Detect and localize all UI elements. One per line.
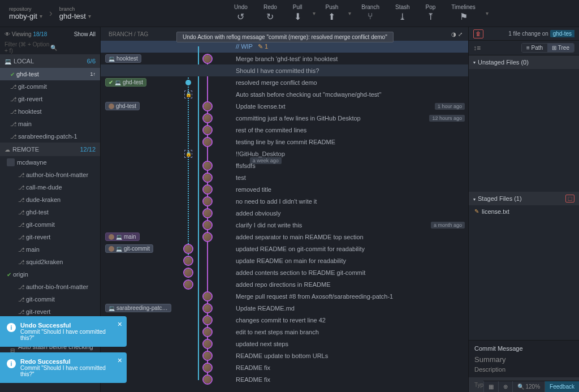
ref-tag[interactable]: 💻hooktest xyxy=(105,54,141,63)
feedback-button[interactable]: Feedback xyxy=(545,381,579,392)
remote-origin[interactable]: ✔origin xyxy=(0,268,100,281)
path-tab[interactable]: ≡ Path xyxy=(522,44,547,52)
commit-row[interactable]: 💻changes commit to revert line 42 xyxy=(101,314,468,326)
remote-branch-git-commit[interactable]: ⎇git-commit xyxy=(0,218,100,231)
commit-row[interactable]: !!GitHub_Desktopa week ago xyxy=(101,148,468,160)
undo-button[interactable]: Undo↺ xyxy=(226,4,256,23)
ref-tag[interactable]: 💻git-commit xyxy=(105,244,153,253)
wip-row[interactable]: // WIP ✎ 1 xyxy=(101,41,468,53)
commit-message: README fix xyxy=(236,376,270,383)
push-icon: ⬆ xyxy=(328,10,335,23)
flag-icon: ⚑ xyxy=(460,10,468,23)
commit-row[interactable]: 💻git-commitupdated README on git-commit … xyxy=(101,243,468,255)
commit-row[interactable]: updated next steps xyxy=(101,338,468,350)
discard-button[interactable]: 🗑 xyxy=(473,29,483,38)
redo-button[interactable]: Redo↻ xyxy=(256,4,285,23)
remote-branch-main[interactable]: ⎇main xyxy=(0,243,100,256)
branch-button[interactable]: Branch⑂ xyxy=(353,4,387,23)
time-label: 12 hours ago xyxy=(429,115,465,122)
commit-row[interactable]: edit to next steps main branch xyxy=(101,326,468,338)
sidebar-branch-ghd-test[interactable]: ✔ghd-test1↑ xyxy=(0,68,100,80)
stash-icon: ⤓ xyxy=(399,10,406,23)
commit-row[interactable]: removed title xyxy=(101,183,468,195)
close-icon[interactable]: × xyxy=(118,356,122,365)
stash-button[interactable]: Stash⤓ xyxy=(387,4,418,23)
globe-icon[interactable]: ⊕ xyxy=(498,381,512,392)
push-button[interactable]: Push⬆ xyxy=(318,4,347,23)
commit-row[interactable]: README fix xyxy=(101,373,468,385)
sidebar-branch-main[interactable]: ⎇main xyxy=(0,118,100,130)
tree-tab[interactable]: ⊞ Tree xyxy=(547,44,574,52)
commit-row[interactable]: added contents section to README git-com… xyxy=(101,266,468,278)
commit-row[interactable]: README fix xyxy=(101,361,468,373)
laptop-icon: 💻 xyxy=(5,58,11,64)
commit-row[interactable]: Auto stash before checking out "mcdwayne… xyxy=(101,88,468,100)
remote-branch-author-bio-front-matter[interactable]: ⎇author-bio-front-matter xyxy=(0,281,100,293)
remote-branch-git-commit[interactable]: ⎇git-commit xyxy=(0,293,100,305)
remote-branch-ghd-test[interactable]: ⎇ghd-test xyxy=(0,206,100,218)
commit-row[interactable]: clarify I did not write thisa month ago xyxy=(101,219,468,231)
commit-row[interactable]: test xyxy=(101,171,468,183)
commit-row[interactable]: 💻hooktestMerge branch 'ghd-test' into ho… xyxy=(101,53,468,64)
remote-branch-author-bio-front-matter[interactable]: ⎇author-bio-front-matter xyxy=(0,169,100,181)
commit-row[interactable]: committing just a few lines in GitHub De… xyxy=(101,112,468,124)
pop-button[interactable]: Pop⤒ xyxy=(418,4,444,23)
remote-branch-git-revert[interactable]: ⎇git-revert xyxy=(0,231,100,243)
commit-row[interactable]: added repo directions in README xyxy=(101,278,468,290)
sidebar-branch-git-commit[interactable]: ⎇git-commit xyxy=(0,80,100,93)
local-section-header[interactable]: 💻LOCAL 6/6 xyxy=(0,54,100,68)
commit-summary-input[interactable]: Summary xyxy=(474,355,573,364)
sidebar-branch-sarabreeding-patch-1[interactable]: ⎇sarabreeding-patch-1 xyxy=(0,130,100,143)
commit-row[interactable]: 💻sarabreeding-patc…Update README.md xyxy=(101,302,468,314)
pull-button[interactable]: Pull⬇ xyxy=(285,4,310,23)
info-icon: i xyxy=(7,359,16,368)
show-all-button[interactable]: Show All xyxy=(74,31,96,37)
remote-mcdwayne[interactable]: mcdwayne xyxy=(0,156,100,169)
commit-row[interactable]: ghd-testUpdate license.txt1 hour ago xyxy=(101,100,468,112)
commit-row[interactable]: testing line by line commit README xyxy=(101,136,468,148)
commit-message: README update to bottom URLs xyxy=(236,352,328,359)
commit-description-input[interactable]: Description xyxy=(474,366,573,373)
branch-selector[interactable]: ghd-test ▾ xyxy=(59,12,91,20)
timelines-button[interactable]: Timelines⚑ xyxy=(443,4,483,23)
commit-row[interactable]: no need to add I didn't write it xyxy=(101,195,468,207)
ref-tag[interactable]: ✔💻ghd-test xyxy=(105,78,146,87)
commit-row[interactable]: 💻mainadded separator to main REAMDE top … xyxy=(101,231,468,243)
commit-row[interactable]: Merge pull request #8 from Axosoft/sarab… xyxy=(101,290,468,302)
toast-notification: iUndo SuccessfulCommit "Should I have co… xyxy=(0,316,127,347)
layout-icon[interactable]: ▦ xyxy=(483,381,498,392)
remote-branch-squid2kraken[interactable]: ⎇squid2kraken xyxy=(0,256,100,268)
commit-message: committing just a few lines in GitHub De… xyxy=(236,115,361,122)
unstaged-header[interactable]: ▾Unstaged Files (0) xyxy=(469,55,579,69)
staged-file[interactable]: ✎license.txt xyxy=(469,205,579,218)
staged-header[interactable]: ▾Staged Files (1) □ xyxy=(469,192,579,205)
filter-input[interactable]: Filter (⌘ + Option + f)🔍 xyxy=(0,41,100,54)
ref-tag[interactable]: ghd-test xyxy=(105,102,140,110)
commit-message: update README on main for readability xyxy=(236,257,346,264)
file-change-label: 1 file change on xyxy=(508,31,548,37)
commit-row[interactable]: README update to bottom URLs xyxy=(101,350,468,361)
close-icon[interactable]: × xyxy=(118,320,122,329)
repo-selector[interactable]: moby-git ▾ xyxy=(9,12,42,20)
commit-row[interactable]: ✔💻ghd-testresolved merge conflict demo xyxy=(101,76,468,88)
sort-icon[interactable]: ↕≡ xyxy=(473,44,481,52)
commit-message: !!GitHub_Desktopa week ago xyxy=(236,150,285,157)
unstage-all-button[interactable]: □ xyxy=(565,195,574,203)
commit-row[interactable]: rest of the commited lines xyxy=(101,124,468,136)
commit-message: testing line by line commit README xyxy=(236,139,335,145)
commit-row[interactable]: Should I have committed this? xyxy=(101,64,468,76)
branch-chip[interactable]: ghd-tes xyxy=(550,30,574,37)
remote-branch-call-me-dude[interactable]: ⎇call-me-dude xyxy=(0,181,100,193)
commit-row[interactable]: added obviously xyxy=(101,207,468,219)
commit-message: Update license.txt xyxy=(236,103,285,110)
commit-row[interactable]: ffsfsdfs xyxy=(101,160,468,171)
remote-branch-dude-kraken[interactable]: ⎇dude-kraken xyxy=(0,193,100,206)
sidebar-branch-git-revert[interactable]: ⎇git-revert xyxy=(0,93,100,105)
sidebar-branch-hooktest[interactable]: ⎇hooktest xyxy=(0,105,100,118)
commit-column-icon[interactable]: ◑ ⤢ xyxy=(451,31,463,37)
commit-row[interactable]: update README on main for readability xyxy=(101,255,468,266)
zoom-level[interactable]: 🔍 120% xyxy=(512,381,545,392)
ref-tag[interactable]: 💻main xyxy=(105,232,140,241)
remote-section-header[interactable]: ☁REMOTE 12/12 xyxy=(0,143,100,156)
pull-icon: ⬇ xyxy=(294,10,301,23)
